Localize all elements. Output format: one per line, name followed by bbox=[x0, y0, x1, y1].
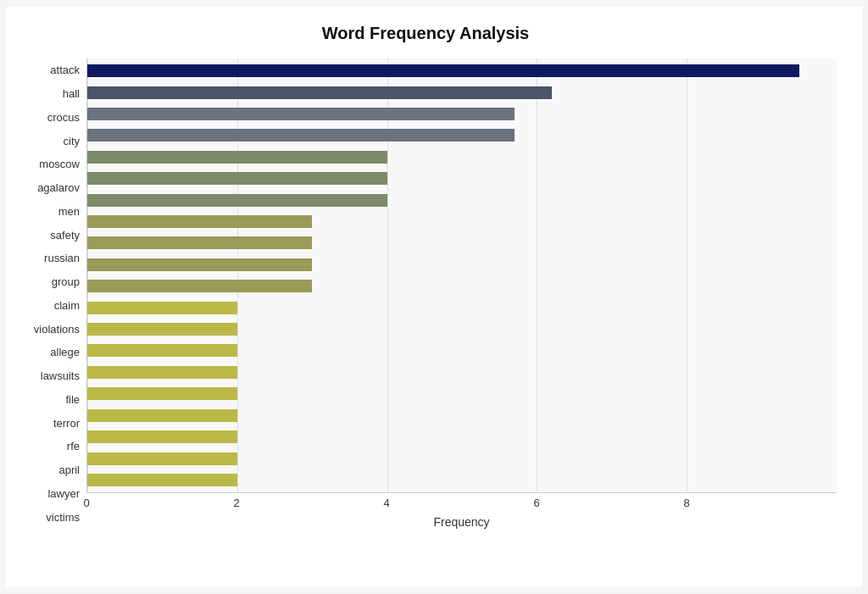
bar-row bbox=[87, 426, 837, 447]
bar bbox=[87, 452, 237, 465]
bar-row bbox=[87, 168, 837, 189]
y-label: hall bbox=[63, 82, 80, 106]
chart-area: attackhallcrocuscitymoscowagalarovmensaf… bbox=[14, 58, 837, 529]
bar bbox=[87, 430, 237, 443]
bar bbox=[87, 129, 515, 142]
bar-row bbox=[87, 362, 837, 383]
bar bbox=[87, 236, 312, 249]
bar-row bbox=[87, 125, 837, 146]
y-label: safety bbox=[50, 223, 80, 247]
bar-row bbox=[87, 275, 837, 297]
chart-container: Word Frequency Analysis attackhallcrocus… bbox=[6, 7, 862, 587]
y-label: men bbox=[58, 200, 80, 224]
x-tick: 2 bbox=[224, 497, 249, 509]
bar bbox=[87, 387, 237, 400]
bar-row bbox=[87, 447, 837, 469]
bar-row bbox=[87, 340, 837, 361]
y-label: agalarov bbox=[37, 176, 80, 200]
y-label: crocus bbox=[47, 106, 80, 130]
bar-row bbox=[87, 189, 837, 210]
bar-row bbox=[87, 147, 837, 168]
bar bbox=[87, 86, 552, 99]
bar bbox=[87, 108, 515, 120]
bar-row bbox=[87, 319, 837, 340]
x-tick: 0 bbox=[74, 497, 99, 509]
y-label: april bbox=[58, 458, 80, 482]
x-axis-label: Frequency bbox=[86, 515, 837, 529]
bar-row bbox=[87, 103, 837, 125]
bar bbox=[87, 151, 387, 164]
bar-row bbox=[87, 81, 837, 103]
y-label: russian bbox=[44, 247, 80, 270]
bar bbox=[87, 409, 237, 422]
bar bbox=[87, 344, 237, 357]
bar-row bbox=[87, 60, 837, 81]
bar-row bbox=[87, 383, 837, 404]
x-tick: 4 bbox=[374, 497, 399, 509]
y-label: group bbox=[52, 270, 80, 294]
bar-row bbox=[87, 405, 837, 426]
bar bbox=[87, 323, 237, 336]
bar bbox=[87, 366, 237, 379]
bar bbox=[87, 215, 312, 228]
bar-row bbox=[87, 254, 837, 275]
chart-title: Word Frequency Analysis bbox=[14, 24, 837, 43]
y-label: allege bbox=[50, 341, 80, 364]
bar bbox=[87, 172, 387, 185]
bar bbox=[87, 194, 387, 207]
bars-area bbox=[86, 58, 837, 493]
y-label: claim bbox=[54, 294, 80, 318]
bar-row bbox=[87, 469, 837, 491]
y-label: moscow bbox=[39, 153, 80, 176]
x-axis: 02468 bbox=[86, 493, 837, 510]
bar bbox=[87, 64, 799, 77]
bar bbox=[87, 474, 237, 486]
bar-row bbox=[87, 211, 837, 232]
y-label: violations bbox=[34, 317, 80, 341]
bar-row bbox=[87, 232, 837, 253]
bar bbox=[87, 280, 312, 292]
bar bbox=[87, 302, 237, 314]
bar-row bbox=[87, 297, 837, 318]
y-label: file bbox=[65, 388, 80, 412]
y-label: attack bbox=[50, 58, 80, 82]
x-tick: 6 bbox=[524, 497, 549, 509]
bar bbox=[87, 258, 312, 271]
bars-and-xaxis: 02468 Frequency bbox=[86, 58, 837, 529]
y-label: terror bbox=[53, 411, 80, 435]
y-label: rfe bbox=[67, 435, 80, 458]
y-label: lawsuits bbox=[41, 364, 80, 388]
y-label: city bbox=[64, 129, 81, 153]
y-axis: attackhallcrocuscitymoscowagalarovmensaf… bbox=[14, 58, 86, 529]
x-tick: 8 bbox=[674, 497, 699, 509]
